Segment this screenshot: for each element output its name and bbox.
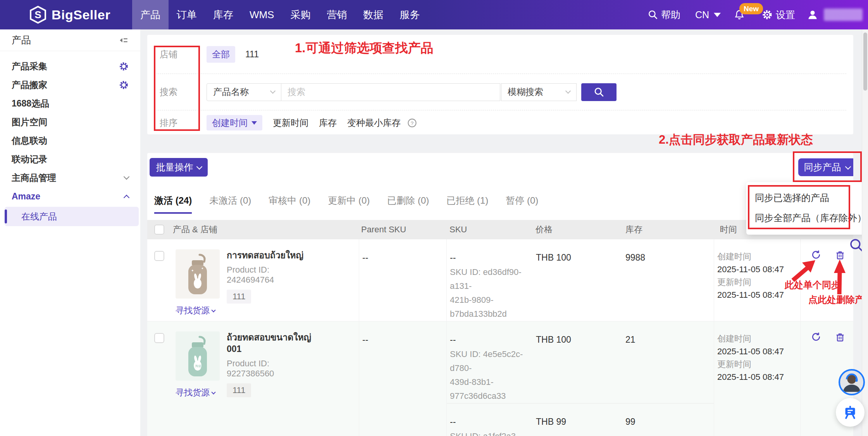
tab-inactive[interactable]: 未激活 (0) (209, 194, 251, 214)
find-source-link[interactable]: 寻找货源 (176, 387, 220, 398)
collapse-sidebar-icon[interactable] (119, 35, 129, 45)
nav-item-purchase[interactable]: 采购 (282, 0, 319, 29)
top-navbar: S BigSeller 产品 订单 库存 WMS 采购 营销 数据 服务 帮助 … (0, 0, 868, 29)
sync-products-button[interactable]: 同步产品 (798, 158, 853, 176)
sidebar-item-master-product[interactable]: 主商品管理 (0, 168, 140, 187)
product-id: Product ID: 2424694764 (227, 265, 314, 285)
brand-logo[interactable]: S BigSeller (29, 6, 110, 24)
notifications-button[interactable]: New (734, 9, 745, 20)
gear-icon[interactable] (119, 62, 129, 71)
customer-service-avatar[interactable] (839, 369, 865, 395)
main-menu: 产品 订单 库存 WMS 采购 营销 数据 服务 (132, 0, 428, 29)
user-avatar-button[interactable] (807, 9, 818, 21)
fuzzy-search-select[interactable]: 模糊搜索 (501, 83, 577, 101)
settings-label: 设置 (776, 9, 795, 21)
sidebar-item-1688-selection[interactable]: 1688选品 (0, 94, 140, 113)
nav-item-services[interactable]: 服务 (391, 0, 428, 29)
product-image[interactable]: ✦✦ (176, 249, 220, 299)
sku-group-cell: -- SKU ID: ed36df90-a131- 421b-9809- b7b… (446, 239, 714, 321)
row-checkbox[interactable] (154, 251, 164, 261)
sku-id: SKU ID: 4e5e5c2c-d780- 439d-83b1- 977c36… (450, 347, 529, 403)
search-type-select[interactable]: 产品名称 (207, 83, 281, 101)
sidebar-item-image-space[interactable]: 图片空间 (0, 113, 140, 131)
settings-button[interactable]: 设置 (762, 9, 795, 21)
username-redacted[interactable] (824, 9, 863, 21)
search-input[interactable] (281, 83, 500, 101)
sidebar-item-amaze[interactable]: Amaze (0, 187, 140, 206)
product-image[interactable]: 陶瓷 (176, 331, 220, 381)
batch-actions-label: 批量操作 (156, 161, 193, 173)
sync-row-icon[interactable] (811, 249, 822, 260)
product-title[interactable]: การทดสอบถ้วยใหญ่ (227, 249, 314, 261)
notice-board-icon (842, 405, 858, 420)
sync-row-icon[interactable] (811, 331, 822, 342)
select-all-checkbox[interactable] (154, 225, 164, 235)
feedback-widget-button[interactable] (836, 398, 865, 427)
find-source-label: 寻找货源 (176, 305, 210, 316)
nav-item-inventory[interactable]: 库存 (205, 0, 241, 29)
sidebar-item-label: 信息联动 (12, 135, 47, 147)
table-row: ✦✦ 寻找货源 การทดสอบถ้วยใหญ่ Product ID: 242… (147, 239, 853, 321)
sort-by-create-time[interactable]: 创建时间 (207, 115, 262, 130)
annotation-box-sync-options (748, 185, 850, 229)
svg-text:陶瓷: 陶瓷 (195, 364, 202, 368)
shop-filter-option-111[interactable]: 111 (245, 49, 259, 60)
help-circle-icon[interactable]: ? (407, 118, 417, 128)
gear-icon[interactable] (119, 80, 129, 90)
shop-filter-all[interactable]: 全部 (207, 46, 235, 63)
nav-item-marketing[interactable]: 营销 (319, 0, 355, 29)
brand-name: BigSeller (52, 7, 110, 22)
new-badge: New (739, 3, 763, 14)
sidebar-item-label: 在线产品 (21, 211, 57, 223)
tab-active[interactable]: 激活 (24) (154, 194, 192, 214)
sidebar-item-online-products[interactable]: 在线产品 (5, 207, 139, 226)
language-selector[interactable]: CN (692, 9, 721, 21)
sidebar-item-product-scraper[interactable]: 产品采集 (0, 57, 140, 76)
product-title[interactable]: ถ้วยทดสอบขนาดใหญ่ 001 (227, 331, 314, 355)
nav-item-orders[interactable]: 订单 (169, 0, 205, 29)
stock-cell: 99 (624, 417, 714, 436)
tab-deleted[interactable]: 已删除 (0) (387, 194, 429, 214)
nav-item-data[interactable]: 数据 (355, 0, 391, 29)
chevron-down-icon (211, 308, 215, 312)
delete-row-icon[interactable] (835, 249, 846, 260)
chevron-up-icon (124, 194, 130, 201)
delete-row-icon[interactable] (835, 331, 846, 342)
row-checkbox[interactable] (154, 333, 164, 343)
batch-actions-button[interactable]: 批量操作 (150, 158, 208, 177)
search-icon (648, 10, 658, 20)
gear-icon (762, 9, 773, 20)
chevron-down-icon (714, 13, 721, 17)
tab-rejected[interactable]: 已拒绝 (1) (446, 194, 488, 214)
scrollbar-thumb[interactable] (863, 33, 867, 91)
nav-item-products[interactable]: 产品 (132, 0, 169, 29)
tab-paused[interactable]: 暂停 (0) (506, 194, 538, 214)
find-source-link[interactable]: 寻找货源 (176, 305, 220, 316)
sort-by-variant-min-stock[interactable]: 变种最小库存 (347, 117, 401, 129)
sidebar-item-label: Amaze (12, 191, 40, 202)
shop-filter-label: 店铺 (147, 48, 207, 60)
stock-cell: 21 (624, 335, 714, 403)
parent-sku-cell: -- (359, 239, 446, 321)
help-label: 帮助 (661, 9, 680, 21)
search-button[interactable] (581, 83, 617, 101)
person-icon (807, 9, 818, 21)
table-row: 陶瓷 寻找货源 ถ้วยทดสอบขนาดใหญ่ 001 Product ID… (147, 321, 853, 436)
sidebar-item-product-mover[interactable]: 产品搬家 (0, 76, 140, 94)
tab-reviewing[interactable]: 审核中 (0) (269, 194, 310, 214)
svg-text:?: ? (411, 120, 414, 126)
sidebar-item-linkage-records[interactable]: 联动记录 (0, 150, 140, 168)
sort-filter-label: 排序 (147, 117, 207, 129)
chevron-down-icon (196, 163, 202, 170)
search-icon (594, 87, 604, 98)
time-cell: 创建时间 2025-11-05 08:47 更新时间 2025-11-05 08… (714, 321, 800, 436)
sidebar-item-info-linkage[interactable]: 信息联动 (0, 131, 140, 150)
nav-item-wms[interactable]: WMS (241, 0, 282, 29)
sort-by-stock[interactable]: 库存 (319, 117, 337, 129)
tab-updating[interactable]: 更新中 (0) (328, 194, 370, 214)
annotation-step2: 2.点击同步获取产品最新状态 (659, 132, 813, 148)
help-button[interactable]: 帮助 (648, 9, 680, 21)
search-filter-label: 搜索 (147, 86, 207, 98)
annotation-step1: 1.可通过筛选项查找产品 (295, 39, 434, 57)
sort-by-update-time[interactable]: 更新时间 (273, 117, 308, 129)
